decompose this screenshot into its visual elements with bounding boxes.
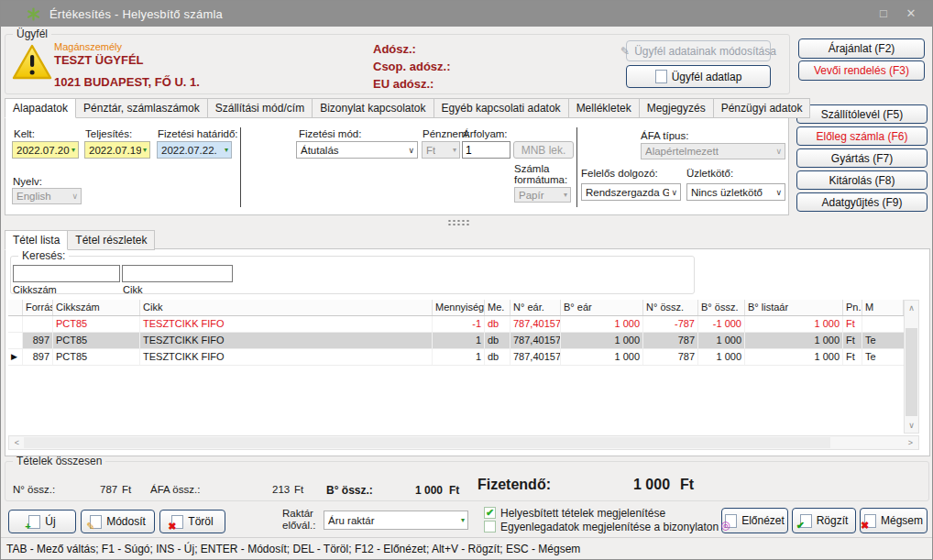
preview-button[interactable]: ◎ Előnézet: [721, 508, 788, 533]
modify-customer-button[interactable]: ✎ Ügyfél adatainak módosítása: [626, 40, 771, 61]
tab-szallitasi-mod[interactable]: Szállítási mód/cím: [208, 98, 313, 118]
afa-tipus-select[interactable]: Alapértelmezett ∨: [641, 143, 785, 159]
show-corrected-checkbox[interactable]: ✔: [484, 507, 496, 519]
table-cell: 787,40157: [510, 333, 561, 348]
table-cell: 897: [23, 333, 53, 348]
col-header-n-ear[interactable]: N° eár.: [510, 300, 561, 315]
totals-groupbox: Tételek összesen: [5, 461, 929, 501]
items-tab-bar: Tétel lista Tétel részletek: [5, 230, 155, 250]
close-button[interactable]: ✕: [897, 1, 925, 27]
afa-total-currency: Ft: [294, 484, 303, 495]
col-header-forras[interactable]: Forrás: [23, 300, 53, 315]
save-button[interactable]: ✔ Rögzít: [792, 508, 856, 533]
szallitolevel-button[interactable]: Szállítólevél (F5): [796, 104, 928, 124]
col-header-pn[interactable]: Pn.: [843, 300, 862, 315]
delete-item-button[interactable]: ✖ Töröl: [159, 510, 225, 533]
search-cikkszam-input[interactable]: [13, 265, 120, 282]
col-header-b-ear[interactable]: B° eár: [561, 300, 643, 315]
chevron-down-icon: ∨: [669, 188, 677, 197]
col-header-b-listaar[interactable]: B° listaár: [745, 300, 843, 315]
fizetesi-hatarido-select[interactable]: 2022.07.22. ▾: [157, 141, 232, 159]
horizontal-scrollbar[interactable]: < >: [8, 435, 919, 450]
add-page-icon: +: [28, 515, 40, 529]
vertical-scrollbar[interactable]: ∧ ∨: [904, 300, 919, 434]
maximize-button[interactable]: □: [870, 1, 897, 27]
search-cikk-input[interactable]: [122, 265, 233, 282]
table-cell: -787: [643, 316, 698, 332]
modify-item-button[interactable]: ✎ Módosít: [81, 510, 155, 533]
gyartas-button[interactable]: Gyártás (F7): [796, 148, 928, 168]
eloleg-szamla-button[interactable]: Előleg számla (F6): [796, 126, 928, 146]
szamla-formatum-label-2: formátuma:: [514, 174, 567, 185]
arfolyam-input[interactable]: [462, 141, 510, 159]
mnb-button[interactable]: MNB lek.: [513, 141, 574, 159]
document-icon: [655, 70, 667, 83]
new-item-button[interactable]: + Új: [8, 510, 76, 533]
tab-tetel-lista[interactable]: Tétel lista: [5, 230, 68, 250]
pencil-icon: ✎: [620, 45, 630, 58]
row-selector-header: [8, 300, 23, 315]
scroll-down-icon[interactable]: ∨: [905, 419, 918, 432]
felelos-dolgozo-label: Felelős dolgozó:: [581, 168, 658, 179]
cancel-button[interactable]: ✖ Mégsem: [860, 508, 928, 533]
szamla-formatum-label-1: Számla: [514, 163, 549, 174]
table-cell: 787,40157: [510, 316, 561, 332]
vevoi-rendeles-button[interactable]: Vevői rendelés (F3): [798, 60, 925, 81]
table-cell: -1 000: [698, 316, 745, 332]
warehouse-select[interactable]: Áru raktár ▾: [324, 511, 468, 530]
tab-tetel-reszletek[interactable]: Tétel részletek: [68, 230, 155, 250]
tab-mellekletek[interactable]: Mellékletek: [569, 98, 640, 118]
afa-tipus-label: ÁFA típus:: [641, 130, 688, 141]
fizetendo-value: 1 000: [633, 477, 670, 493]
tab-alapadatok[interactable]: Alapadatok: [5, 98, 76, 118]
table-row[interactable]: 897 PCT85 TESZTCIKK FIFO 1 db 787,40157 …: [8, 333, 904, 349]
cancel-page-icon: ✖: [864, 514, 876, 528]
table-cell: TESZTCIKK FIFO: [140, 349, 433, 365]
items-table: Forrás Cikkszám Cikk Mennyiség Me. N° eá…: [8, 300, 904, 366]
szamla-formatum-select[interactable]: Papír ▾: [514, 187, 571, 203]
fizetendo-label: Fizetendő:: [477, 477, 551, 493]
scroll-up-icon[interactable]: ∧: [905, 302, 918, 314]
table-row[interactable]: ▶ 897 PCT85 TESZTCIKK FIFO 1 db 787,4015…: [8, 349, 904, 366]
table-cell: [23, 316, 53, 332]
uzletkoto-select[interactable]: Nincs üzletkötő ∨: [686, 183, 785, 201]
fizetesi-mod-select[interactable]: Átutalás ∨: [296, 141, 418, 159]
scroll-right-icon[interactable]: >: [904, 436, 917, 449]
col-header-cikkszam[interactable]: Cikkszám: [53, 300, 140, 315]
col-header-me[interactable]: Me.: [485, 300, 510, 315]
tab-bizonylat-kapcsolatok[interactable]: Bizonylat kapcsolatok: [313, 98, 434, 118]
teljesites-select[interactable]: 2022.07.19. ▾: [84, 141, 150, 159]
scrollbar-thumb[interactable]: [24, 437, 830, 448]
kelt-select[interactable]: 2022.07.20. ▾: [12, 141, 79, 159]
table-cell: db: [485, 316, 510, 332]
penznem-select[interactable]: Ft ▾: [422, 141, 460, 159]
nyelv-select[interactable]: English ∨: [12, 188, 82, 204]
scroll-left-icon[interactable]: <: [10, 436, 24, 449]
show-balance-checkbox[interactable]: [484, 521, 496, 533]
scrollbar-thumb[interactable]: [906, 328, 917, 416]
warning-icon: [11, 43, 53, 82]
table-row[interactable]: PCT85 TESZTCIKK FIFO -1 db 787,40157 1 0…: [8, 316, 904, 333]
col-header-b-ossz[interactable]: B° össz.: [698, 300, 745, 315]
nyelv-label: Nyelv:: [13, 176, 42, 187]
confirm-page-icon: ✔: [800, 514, 812, 528]
tab-penztar-szamlaszamok[interactable]: Pénztár, számlaszámok: [76, 98, 208, 118]
arajanlat-button[interactable]: Árajánlat (F2): [798, 38, 925, 59]
brutto-total-currency: Ft: [449, 484, 459, 497]
customer-name: TESZT ÜGYFÉL: [54, 53, 144, 67]
col-header-m[interactable]: M: [862, 300, 904, 315]
kitarolas-button[interactable]: Kitárolás (F8): [796, 170, 928, 190]
tab-penzugyi-adatok[interactable]: Pénzügyi adatok: [714, 98, 811, 118]
felelos-dolgozo-select[interactable]: Rendszergazda Gé ∨: [581, 183, 681, 201]
tab-megjegyzes[interactable]: Megjegyzés: [640, 98, 714, 118]
customer-datasheet-button[interactable]: Ügyfél adatlap: [626, 65, 771, 88]
col-header-mennyiseg[interactable]: Mennyiség: [433, 300, 485, 315]
adatgyujtes-button[interactable]: Adatgyűjtés (F9): [796, 192, 928, 212]
splitter-grip[interactable]: [447, 219, 471, 226]
table-cell: 787: [643, 333, 698, 348]
tab-egyeb-kapcsolati-adatok[interactable]: Egyéb kapcsolati adatok: [434, 98, 569, 118]
status-text: TAB - Mező váltás; F1 - Súgó; INS - Új; …: [6, 543, 580, 555]
col-header-cikk[interactable]: Cikk: [140, 300, 433, 315]
table-cell: Ft: [843, 316, 862, 332]
col-header-n-ossz[interactable]: N° össz.: [643, 300, 698, 315]
